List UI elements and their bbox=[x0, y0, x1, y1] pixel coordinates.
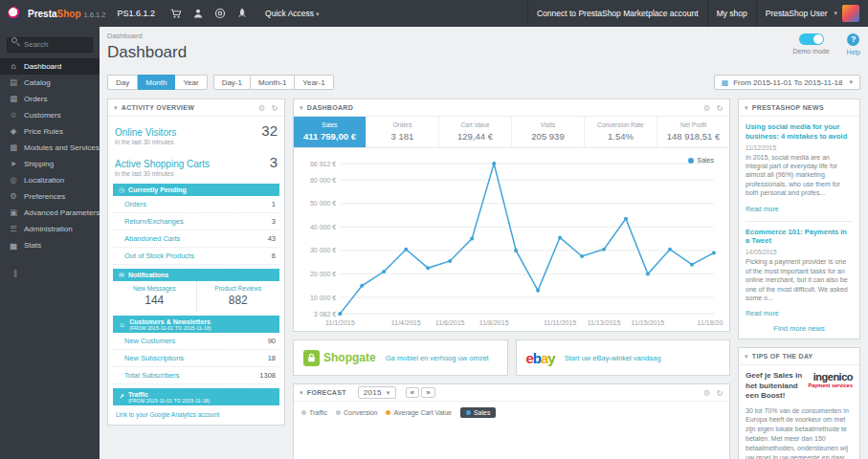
sidebar-item-price-rules[interactable]: ◆Price Rules bbox=[0, 123, 100, 140]
demo-mode-toggle[interactable] bbox=[799, 33, 824, 45]
quick-access-menu[interactable]: Quick Access▾ bbox=[265, 9, 320, 18]
shopgate-link[interactable]: Ga mobiel en verhoog uw omzet bbox=[386, 354, 489, 362]
sidebar-item-preferences[interactable]: ⚙Preferences bbox=[0, 188, 100, 205]
ebay-link[interactable]: Start uw eBay-winkel vandaag bbox=[565, 354, 661, 362]
sidebar-item-administration[interactable]: ☰Administration bbox=[0, 221, 100, 237]
online-visitors-metric: Online Visitors32 in the last 30 minutes bbox=[108, 117, 284, 148]
kpi-orders[interactable]: Orders3 181 bbox=[367, 117, 439, 147]
sidebar-item-localization[interactable]: ◎Localization bbox=[0, 172, 100, 188]
sidebar-item-label: Administration bbox=[24, 225, 73, 233]
sidebar-item-advanced-parameters[interactable]: ▣Advanced Parameters bbox=[0, 205, 100, 221]
sidebar-item-label: Dashboard bbox=[24, 62, 61, 71]
product-reviews-cell[interactable]: Product Reviews882 bbox=[196, 281, 280, 312]
preferences-icon: ⚙ bbox=[9, 191, 18, 201]
dashboard-panel-title: DASHBOARD bbox=[307, 104, 353, 111]
sidebar-item-label: Orders bbox=[24, 95, 47, 103]
marketplace-connect-link[interactable]: Connect to PrestaShop Marketplace accoun… bbox=[527, 0, 707, 27]
calendar-icon: ▦ bbox=[722, 78, 729, 87]
gear-icon[interactable]: ⚙ bbox=[703, 388, 711, 398]
user-avatar bbox=[842, 5, 859, 22]
marketplace-connect-label: Connect to PrestaShop Marketplace accoun… bbox=[537, 9, 699, 18]
filter-month-1-button[interactable]: Month-1 bbox=[251, 75, 295, 90]
read-more-link[interactable]: Read more bbox=[746, 310, 779, 317]
filter-month-button[interactable]: Month bbox=[138, 75, 175, 90]
filter-year-1-button[interactable]: Year-1 bbox=[295, 75, 333, 90]
kpi-cart-value[interactable]: Cart Value129,44 € bbox=[439, 117, 512, 147]
notifications-cells: New Messages144 Product Reviews882 bbox=[113, 281, 279, 312]
kpi-net-profit[interactable]: Net Profit148 918,51 € bbox=[657, 117, 729, 147]
cart-icon[interactable] bbox=[170, 8, 182, 19]
sidebar-item-shipping[interactable]: ➤Shipping bbox=[0, 156, 100, 172]
forecast-nav: « » bbox=[406, 387, 436, 398]
news-article-excerpt: Picking a payment provider is one of the… bbox=[746, 257, 853, 302]
gear-icon[interactable]: ⚙ bbox=[258, 103, 266, 113]
forecast-year-select[interactable]: 2015▾ bbox=[358, 386, 396, 399]
refresh-icon[interactable]: ↻ bbox=[272, 103, 278, 113]
new-subscriptions-row[interactable]: New Subscriptions18 bbox=[113, 350, 279, 367]
forecast-legend-sales[interactable]: Sales bbox=[460, 407, 497, 418]
forecast-legend-conversion[interactable]: Conversion bbox=[336, 409, 377, 416]
total-subscribers-row[interactable]: Total Subscribers1308 bbox=[113, 367, 279, 384]
shipping-icon: ➤ bbox=[9, 159, 18, 168]
chevron-down-icon: ▾ bbox=[834, 10, 837, 17]
filter-day-button[interactable]: Day bbox=[107, 75, 138, 90]
user-menu[interactable]: PrestaShop User ▾ bbox=[756, 0, 868, 27]
kpi-value: 148 918,51 € bbox=[659, 131, 727, 142]
ebay-logo: ebay bbox=[526, 350, 555, 366]
divider bbox=[746, 221, 853, 222]
prev-year-button[interactable]: « bbox=[406, 387, 420, 398]
sidebar-item-catalog[interactable]: ▤Catalog bbox=[0, 75, 100, 91]
find-more-news-link[interactable]: Find more news bbox=[746, 324, 853, 333]
localization-icon: ◎ bbox=[9, 175, 18, 185]
chart-legend[interactable]: Sales bbox=[688, 157, 714, 164]
rocket-icon[interactable] bbox=[236, 8, 248, 19]
refresh-icon[interactable]: ↻ bbox=[717, 388, 723, 398]
read-more-link[interactable]: Read more bbox=[746, 206, 779, 212]
user-name: PrestaShop User bbox=[766, 9, 828, 18]
kpi-visits[interactable]: Visits205 939 bbox=[512, 117, 585, 147]
person-icon[interactable] bbox=[192, 8, 204, 19]
help-icon[interactable]: ? bbox=[847, 33, 859, 46]
sidebar-collapse-button[interactable]: ‖ bbox=[13, 269, 100, 279]
people-icon: ☺ bbox=[119, 321, 125, 328]
pending-row-returns[interactable]: Return/Exchanges3 bbox=[113, 213, 279, 230]
online-visitors-label[interactable]: Online Visitors bbox=[115, 127, 176, 138]
kpi-sales[interactable]: Sales411 759,00 € bbox=[294, 117, 367, 147]
filter-day-1-button[interactable]: Day-1 bbox=[213, 75, 251, 90]
svg-text:11/13/2015: 11/13/2015 bbox=[588, 319, 621, 326]
news-article-title[interactable]: Using social media for your business: 4 … bbox=[746, 122, 853, 142]
sidebar-item-stats[interactable]: ▅Stats bbox=[0, 237, 100, 253]
lifering-icon[interactable] bbox=[214, 8, 226, 19]
my-shop-link[interactable]: My shop bbox=[707, 0, 756, 27]
news-article-title[interactable]: Ecommerce 101: Payments in a Tweet bbox=[746, 228, 853, 247]
sales-chart-svg: 66 912 €60 000 €50 000 €40 000 €30 000 €… bbox=[300, 154, 723, 329]
sidebar-item-customers[interactable]: ☺Customers bbox=[0, 107, 100, 123]
date-range-picker[interactable]: ▦ From 2015-11-01 To 2015-11-18 ▾ bbox=[714, 75, 860, 90]
gear-icon[interactable]: ⚙ bbox=[703, 103, 711, 113]
sidebar-item-dashboard[interactable]: ⌂Dashboard bbox=[0, 58, 100, 75]
sidebar-item-orders[interactable]: ▦Orders bbox=[0, 91, 100, 107]
active-carts-label[interactable]: Active Shopping Carts bbox=[115, 159, 210, 169]
row-value: 6 bbox=[272, 251, 276, 260]
shopgate-logo: Shopgate bbox=[303, 350, 376, 366]
refresh-icon[interactable]: ↻ bbox=[717, 103, 723, 113]
forecast-legend-average-cart-value[interactable]: Average Cart Value bbox=[386, 409, 451, 416]
kpi-conversion-rate[interactable]: Conversion Rate1.54% bbox=[585, 117, 657, 147]
sidebar-item-modules[interactable]: ▩Modules and Services bbox=[0, 140, 100, 156]
forecast-legend: Traffic Conversion Average Cart Value Sa… bbox=[294, 402, 729, 424]
svg-text:66 912 €: 66 912 € bbox=[310, 161, 336, 167]
new-messages-cell[interactable]: New Messages144 bbox=[113, 281, 196, 312]
pending-row-out-of-stock[interactable]: Out of Stock Products6 bbox=[113, 248, 279, 265]
pending-row-orders[interactable]: Orders1 bbox=[113, 196, 279, 213]
quick-access-label: Quick Access bbox=[265, 9, 314, 18]
kpi-label: Sales bbox=[296, 121, 364, 128]
google-analytics-link[interactable]: Link to your Google Analytics account bbox=[108, 405, 284, 425]
pending-row-abandoned-carts[interactable]: Abandoned Carts43 bbox=[113, 230, 279, 248]
demo-mode-control: Demo mode bbox=[792, 33, 829, 55]
filter-year-button[interactable]: Year bbox=[175, 75, 207, 90]
next-year-button[interactable]: » bbox=[421, 387, 435, 398]
svg-text:40 000 €: 40 000 € bbox=[310, 224, 336, 230]
new-customers-row[interactable]: New Customers90 bbox=[113, 333, 279, 350]
svg-text:11/1/2015: 11/1/2015 bbox=[325, 319, 355, 326]
forecast-legend-traffic[interactable]: Traffic bbox=[301, 409, 327, 416]
